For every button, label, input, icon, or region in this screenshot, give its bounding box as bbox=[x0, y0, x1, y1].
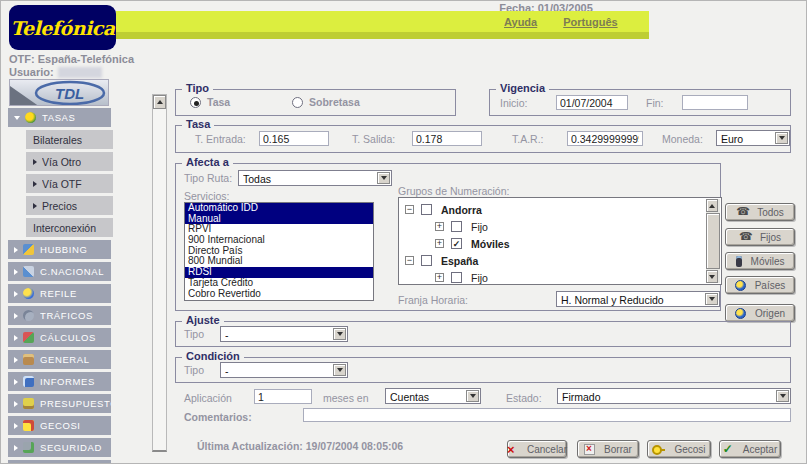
dropdown-arrow-icon bbox=[705, 293, 718, 305]
button-label: Borrar bbox=[604, 444, 632, 455]
radio-icon[interactable] bbox=[292, 97, 303, 108]
tree-checkbox[interactable] bbox=[421, 255, 432, 266]
sidebar-item-bilaterales[interactable]: Bilaterales bbox=[26, 130, 113, 149]
service-option-manual[interactable]: Manual bbox=[185, 214, 373, 225]
sidebar-item-label: HUBBING bbox=[40, 244, 87, 255]
user-label: Usuario: bbox=[9, 66, 54, 78]
tree-node-label: Fijo bbox=[471, 221, 488, 233]
condicion-tipo-select[interactable]: - bbox=[220, 362, 348, 378]
service-option-tarjeta-credito[interactable]: Tarjeta Crédito bbox=[185, 278, 373, 289]
radio-icon[interactable] bbox=[190, 97, 201, 108]
condicion-legend: Condición bbox=[182, 350, 244, 362]
borrar-button[interactable]: Borrar bbox=[577, 440, 639, 458]
aceptar-button[interactable]: Aceptar bbox=[719, 440, 781, 458]
arrow-up-icon bbox=[157, 100, 163, 104]
link-portugues[interactable]: Português bbox=[563, 16, 617, 28]
scroll-up-button[interactable] bbox=[706, 199, 718, 212]
sidebar-item-refile[interactable]: REFILE bbox=[8, 284, 111, 303]
tree-checkbox[interactable] bbox=[451, 272, 462, 283]
sidebar-item-via-otf[interactable]: Vía OTF bbox=[26, 174, 113, 193]
security-icon bbox=[23, 442, 34, 453]
gecosi-button[interactable]: Gecosi bbox=[647, 440, 711, 458]
comentarios-input[interactable] bbox=[303, 408, 791, 422]
sidebar-item-tasas[interactable]: TASAS bbox=[8, 108, 111, 127]
origen-button[interactable]: Origen bbox=[725, 304, 795, 322]
cancelar-button[interactable]: Cancelar bbox=[507, 440, 567, 458]
sidebar-item-general[interactable]: GENERAL bbox=[8, 350, 111, 369]
cancel-icon bbox=[507, 444, 518, 455]
tar-input[interactable] bbox=[567, 131, 643, 146]
ajuste-tipo-select[interactable]: - bbox=[220, 326, 348, 342]
sidebar-item-precios[interactable]: Precios bbox=[26, 196, 113, 215]
chevron-right-icon bbox=[14, 445, 18, 451]
sidebar-item-traficos[interactable]: TRÁFICOS bbox=[8, 306, 111, 325]
tree-checkbox[interactable] bbox=[421, 204, 432, 215]
sidebar-item-gecosi[interactable]: GECOSI bbox=[8, 416, 111, 435]
ajuste-tipo-value: - bbox=[225, 329, 331, 341]
tree-expander-icon[interactable]: + bbox=[435, 239, 444, 248]
tree-expander-icon[interactable]: + bbox=[435, 273, 444, 282]
tree-node-moviles[interactable]: +✓Móviles bbox=[435, 235, 721, 252]
fin-input[interactable] bbox=[682, 95, 748, 110]
meses-en-select[interactable]: Cuentas bbox=[385, 388, 481, 404]
aplicacion-input[interactable] bbox=[254, 389, 312, 404]
moviles-button[interactable]: Móviles bbox=[725, 252, 795, 270]
t-entrada-input[interactable] bbox=[259, 131, 329, 146]
sidebar-item-c-nacional[interactable]: C.NACIONAL bbox=[8, 262, 111, 281]
fijos-button[interactable]: Fijos bbox=[725, 228, 795, 246]
grupos-label: Grupos de Numeración: bbox=[398, 185, 509, 197]
dropdown-arrow-icon bbox=[333, 328, 346, 340]
franja-value: H. Normal y Reducido bbox=[561, 294, 703, 306]
tree-node-fijo[interactable]: +Fijo bbox=[435, 269, 721, 284]
tree-rows: −Andorra+Fijo+✓Móviles−España+Fijo bbox=[399, 198, 721, 284]
key-icon bbox=[652, 443, 665, 455]
tree-checkbox[interactable] bbox=[451, 221, 462, 232]
radio-option-sobretasa[interactable]: Sobretasa bbox=[292, 96, 360, 108]
tree-node-fijo[interactable]: +Fijo bbox=[435, 218, 721, 235]
tdl-logo-graphic: TDL bbox=[10, 80, 109, 106]
tipo-ruta-select[interactable]: Todas bbox=[238, 170, 392, 186]
sidebar-item-calculos[interactable]: CÁLCULOS bbox=[8, 328, 111, 347]
scrollbar-thumb[interactable] bbox=[706, 213, 720, 269]
sidebar-item-interconexion[interactable]: Interconexión bbox=[26, 218, 113, 237]
tree-node-andorra[interactable]: −Andorra bbox=[405, 201, 721, 218]
sidebar-item-otf[interactable]: OTF bbox=[8, 460, 111, 464]
sidebar-item-label: Interconexión bbox=[33, 222, 96, 234]
inicio-input[interactable] bbox=[556, 95, 628, 110]
sidebar-item-label: INFORMES bbox=[40, 376, 95, 387]
sidebar-item-presupuestos[interactable]: PRESUPUESTOS bbox=[8, 394, 111, 413]
tree-expander-icon[interactable]: + bbox=[435, 222, 444, 231]
sidebar-item-seguridad[interactable]: SEGURIDAD bbox=[8, 438, 111, 457]
aplicacion-label: Aplicación bbox=[184, 392, 232, 404]
tree-scrollbar[interactable] bbox=[706, 199, 720, 283]
globe-icon bbox=[735, 280, 746, 291]
scroll-up-button[interactable] bbox=[153, 95, 166, 109]
moneda-select[interactable]: Euro bbox=[716, 130, 790, 146]
franja-select[interactable]: H. Normal y Reducido bbox=[556, 291, 720, 307]
tree-checkbox[interactable]: ✓ bbox=[451, 238, 462, 249]
arrow-down-icon bbox=[709, 275, 715, 279]
button-label: Aceptar bbox=[743, 444, 777, 455]
dropdown-arrow-icon bbox=[333, 364, 346, 376]
t-salida-input[interactable] bbox=[412, 131, 482, 146]
service-option-800-mundial[interactable]: 800 Mundial bbox=[185, 256, 373, 267]
sidebar-item-hubbing[interactable]: HUBBING bbox=[8, 240, 111, 259]
sidebar-item-via-otro[interactable]: Vía Otro bbox=[26, 152, 113, 171]
sidebar-item-informes[interactable]: INFORMES bbox=[8, 372, 111, 391]
estado-select[interactable]: Firmado bbox=[557, 388, 791, 404]
tree-expander-icon[interactable]: − bbox=[405, 205, 414, 214]
grupos-tree[interactable]: −Andorra+Fijo+✓Móviles−España+Fijo bbox=[398, 197, 722, 285]
scroll-down-button[interactable] bbox=[706, 270, 718, 283]
hub-icon bbox=[23, 244, 34, 255]
paises-button[interactable]: Países bbox=[725, 276, 795, 294]
tree-expander-icon[interactable]: − bbox=[405, 256, 414, 265]
servicios-listbox[interactable]: Automático IDDManualRPVI900 Internaciona… bbox=[184, 202, 374, 301]
tar-label: T.A.R.: bbox=[512, 133, 544, 145]
link-ayuda[interactable]: Ayuda bbox=[504, 16, 537, 28]
radio-label: Sobretasa bbox=[309, 96, 360, 108]
todos-button[interactable]: Todos bbox=[725, 203, 795, 221]
radio-option-tasa[interactable]: Tasa bbox=[190, 96, 230, 108]
service-option-cobro-revertido[interactable]: Cobro Revertido bbox=[185, 289, 373, 300]
content-scrollbar[interactable] bbox=[152, 94, 167, 452]
tree-node-espana[interactable]: −España bbox=[405, 252, 721, 269]
